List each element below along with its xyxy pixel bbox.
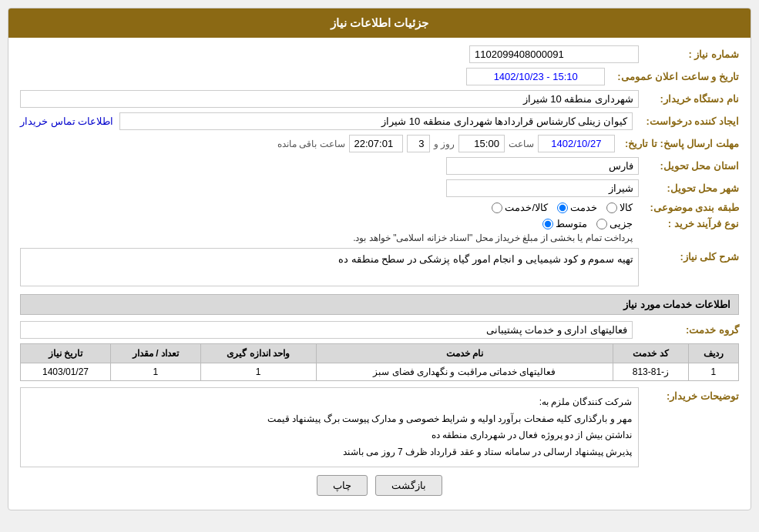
cell-tarikh: 1403/01/27 <box>21 363 111 381</box>
ijad-konande-label: ایجاد کننده درخواست: <box>639 115 739 127</box>
nouf-row: نوع فرآیند خرید : جزیی متوسط پرداخت تمام… <box>20 218 739 243</box>
page-title: جزئیات اطلاعات نیاز <box>331 16 428 29</box>
main-card: جزئیات اطلاعات نیاز شماره نیاز : 1102099… <box>8 8 751 510</box>
nam-dastgah-value: شهرداری منطقه 10 شیراز <box>20 90 639 108</box>
cell-vahed: 1 <box>200 363 316 381</box>
shomara-niaz-value: 1102099408000091 <box>469 45 639 63</box>
shahr-value: شیراز <box>446 179 639 197</box>
buttons-row: بازگشت چاپ <box>20 475 739 496</box>
ijad-konande-row: ایجاد کننده درخواست: کیوان زینلی کارشناس… <box>20 112 739 130</box>
ijad-konande-value: کیوان زینلی کارشناس قراردادها شهرداری من… <box>119 112 633 130</box>
goroh-row: گروه خدمت: فعالیتهای اداری و خدمات پشتیب… <box>20 321 739 339</box>
sharh-value: تهیه سموم و کود شیمیایی و انجام امور گیا… <box>20 248 639 286</box>
nouf-desc: پرداخت تمام یا بخشی از مبلغ خریداز محل "… <box>20 233 633 243</box>
aetlaat-section-title: اطلاعات خدمات مورد نیاز <box>20 294 739 315</box>
tabaqeh-kala-input[interactable] <box>606 202 617 213</box>
tawzihat-label: توضیحات خریدار: <box>639 387 739 402</box>
cell-nam: فعالیتهای خدماتی مراقبت و نگهداری فضای س… <box>316 363 613 381</box>
tarikh-elaan-value: 1402/10/23 - 15:10 <box>466 68 605 85</box>
card-body: شماره نیاز : 1102099408000091 تاریخ و سا… <box>8 38 751 510</box>
nouf-motavasset: متوسط <box>542 218 587 229</box>
shomara-niaz-label: شماره نیاز : <box>639 49 739 60</box>
tabaqeh-khedmat-input[interactable] <box>557 202 568 213</box>
baqi-value: 22:07:01 <box>349 135 403 152</box>
tarikh-elaan-label: تاریخ و ساعت اعلان عمومی: <box>611 71 739 82</box>
col-vahed: واحد اندازه گیری <box>200 344 316 363</box>
tabaqeh-row: طبقه بندی موضوعی: کالا خدمت کالا/خدمت <box>20 202 739 213</box>
goroh-label: گروه خدمت: <box>639 324 739 336</box>
services-table: ردیف کد خدمت نام خدمت واحد اندازه گیری ت… <box>20 343 739 381</box>
cell-tedad: 1 <box>110 363 200 381</box>
nouf-jozi: جزیی <box>596 218 633 229</box>
date-value: 1402/10/27 <box>538 135 615 152</box>
baqi-label: ساعت باقی مانده <box>277 139 345 149</box>
mohlat-row: مهلت ارسال پاسخ: تا تاریخ: 1402/10/27 سا… <box>20 135 739 152</box>
col-nam: نام خدمت <box>316 344 613 363</box>
nouf-label: نوع فرآیند خرید : <box>639 218 739 229</box>
tarikh-elaan-row: تاریخ و ساعت اعلان عمومی: 1402/10/23 - 1… <box>20 68 739 85</box>
shahr-label: شهر محل تحویل: <box>639 182 739 194</box>
tabaqeh-kala: کالا <box>606 202 633 213</box>
tabaqeh-radio-group: کالا خدمت کالا/خدمت <box>492 202 633 213</box>
tabaqeh-label: طبقه بندی موضوعی: <box>639 202 739 213</box>
page-container: جزئیات اطلاعات نیاز شماره نیاز : 1102099… <box>0 0 759 532</box>
tabaqeh-kala-label: کالا <box>620 202 633 213</box>
col-kod: کد خدمت <box>613 344 689 363</box>
nam-dastgah-row: نام دستگاه خریدار: شهرداری منطقه 10 شیرا… <box>20 90 739 108</box>
sharh-label: شرح کلی نیاز: <box>639 248 739 263</box>
sharh-row: شرح کلی نیاز: تهیه سموم و کود شیمیایی و … <box>20 248 739 286</box>
card-header: جزئیات اطلاعات نیاز <box>8 8 751 38</box>
print-button[interactable]: چاپ <box>317 475 368 496</box>
nouf-radio-group: جزیی متوسط <box>20 218 633 229</box>
ijad-konande-link[interactable]: اطلاعات تماس خریدار <box>20 115 113 127</box>
goroh-value: فعالیتهای اداری و خدمات پشتیبانی <box>20 321 633 339</box>
back-button[interactable]: بازگشت <box>375 475 442 496</box>
nouf-jozi-label: جزیی <box>610 218 633 229</box>
nouf-jozi-input[interactable] <box>596 219 607 229</box>
col-radif: ردیف <box>688 344 738 363</box>
tabaqeh-khedmat: خدمت <box>557 202 597 213</box>
shomara-niaz-row: شماره نیاز : 1102099408000091 <box>20 45 739 63</box>
col-tarikh: تاریخ نیاز <box>21 344 111 363</box>
tabaqeh-kala-khedmat-input[interactable] <box>492 202 502 213</box>
tawzihat-value: شرکت کنندگان ملزم به:مهر و بارگذاری کلیه… <box>20 387 639 467</box>
rooz-value: 3 <box>407 135 430 152</box>
cell-radif: 1 <box>688 363 738 381</box>
tabaqeh-kala-khedmat: کالا/خدمت <box>492 202 548 213</box>
cell-kod: ز-81-813 <box>613 363 689 381</box>
ostan-row: استان محل تحویل: فارس <box>20 157 739 175</box>
saat-value: 15:00 <box>458 135 505 152</box>
tabaqeh-kala-khedmat-label: کالا/خدمت <box>505 202 548 213</box>
saat-label: ساعت <box>509 139 534 149</box>
rooz-label: روز و <box>434 139 455 149</box>
ostan-label: استان محل تحویل: <box>639 160 739 172</box>
tabaqeh-khedmat-label: خدمت <box>570 202 597 213</box>
nouf-motavasset-label: متوسط <box>556 218 587 229</box>
nouf-motavasset-input[interactable] <box>542 219 553 229</box>
ostan-value: فارس <box>446 157 639 175</box>
table-row: 1ز-81-813فعالیتهای خدماتی مراقبت و نگهدا… <box>21 363 739 381</box>
mohlat-label: مهلت ارسال پاسخ: تا تاریخ: <box>619 138 739 149</box>
nam-dastgah-label: نام دستگاه خریدار: <box>639 93 739 105</box>
col-tedad: تعداد / مقدار <box>110 344 200 363</box>
shahr-row: شهر محل تحویل: شیراز <box>20 179 739 197</box>
tawzihat-row: توضیحات خریدار: شرکت کنندگان ملزم به:مهر… <box>20 387 739 467</box>
